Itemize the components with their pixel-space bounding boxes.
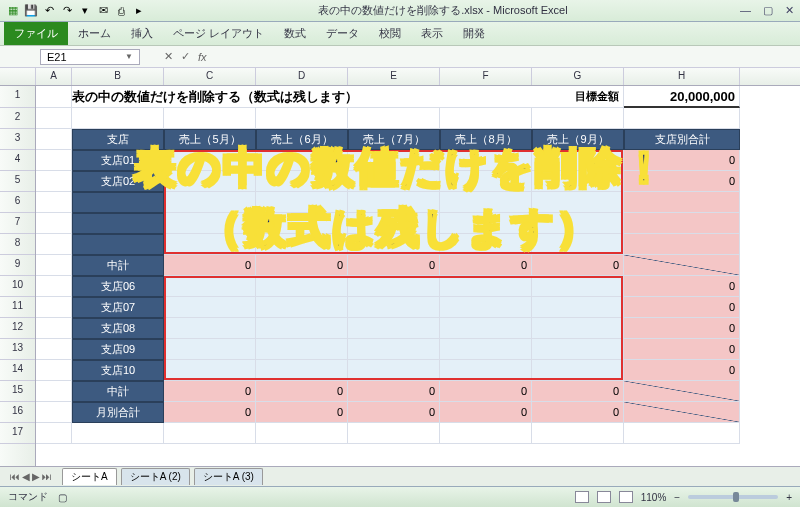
cell[interactable]	[36, 108, 72, 129]
row-header[interactable]: 7	[0, 213, 35, 234]
row-header[interactable]: 11	[0, 297, 35, 318]
cell[interactable]	[440, 192, 532, 213]
redo-icon[interactable]: ↷	[60, 4, 74, 18]
view-pagebreak-icon[interactable]	[619, 491, 633, 503]
cell[interactable]	[36, 360, 72, 381]
cell[interactable]	[72, 423, 164, 444]
diag-cell[interactable]	[624, 402, 740, 423]
cell[interactable]	[532, 318, 624, 339]
qat-icon[interactable]: ⎙	[114, 4, 128, 18]
cell[interactable]	[440, 297, 532, 318]
cell[interactable]	[624, 234, 740, 255]
grandtotal[interactable]: 0	[164, 402, 256, 423]
cell[interactable]	[164, 150, 256, 171]
fx-icon[interactable]: fx	[198, 51, 207, 63]
branch-total[interactable]: 0	[624, 318, 740, 339]
cell[interactable]	[36, 297, 72, 318]
tab-view[interactable]: 表示	[411, 22, 453, 45]
cell[interactable]	[256, 150, 348, 171]
cell[interactable]	[348, 234, 440, 255]
cell[interactable]	[164, 360, 256, 381]
col-header[interactable]: D	[256, 68, 348, 85]
worksheet[interactable]: 表の中の数値だけを削除する（数式は残します） 目標金額 20,000,000 支…	[36, 86, 740, 466]
col-header[interactable]: B	[72, 68, 164, 85]
subtotal[interactable]: 0	[164, 255, 256, 276]
grandtotal[interactable]: 0	[348, 402, 440, 423]
diag-cell[interactable]	[624, 255, 740, 276]
row-header[interactable]: 8	[0, 234, 35, 255]
cell[interactable]	[256, 234, 348, 255]
cell[interactable]	[440, 423, 532, 444]
name-box[interactable]: E21 ▼	[40, 49, 140, 65]
cell[interactable]	[624, 192, 740, 213]
cell[interactable]	[36, 318, 72, 339]
subtotal-label[interactable]: 中計	[72, 255, 164, 276]
cell[interactable]	[348, 297, 440, 318]
row-header[interactable]: 2	[0, 108, 35, 129]
th-branch[interactable]: 支店	[72, 129, 164, 150]
th-sep[interactable]: 売上（9月）	[532, 129, 624, 150]
cell[interactable]	[348, 339, 440, 360]
cell[interactable]	[36, 423, 72, 444]
branch-name[interactable]	[72, 192, 164, 213]
cell[interactable]	[532, 108, 624, 129]
tab-developer[interactable]: 開発	[453, 22, 495, 45]
col-header[interactable]: E	[348, 68, 440, 85]
branch-total[interactable]: 0	[624, 150, 740, 171]
save-icon[interactable]: 💾	[24, 4, 38, 18]
cell[interactable]	[440, 108, 532, 129]
subtotal[interactable]: 0	[440, 255, 532, 276]
th-total[interactable]: 支店別合計	[624, 129, 740, 150]
subtotal[interactable]: 0	[440, 381, 532, 402]
sheet-tab[interactable]: シートA	[62, 468, 117, 485]
tab-formula[interactable]: 数式	[274, 22, 316, 45]
cell[interactable]	[348, 360, 440, 381]
th-jul[interactable]: 売上（7月）	[348, 129, 440, 150]
cell[interactable]	[72, 108, 164, 129]
cell[interactable]	[532, 276, 624, 297]
cell[interactable]	[348, 150, 440, 171]
grandtotal[interactable]: 0	[532, 402, 624, 423]
cell[interactable]	[256, 192, 348, 213]
cell[interactable]	[256, 276, 348, 297]
cell[interactable]	[624, 423, 740, 444]
cell[interactable]	[256, 297, 348, 318]
row-header[interactable]: 12	[0, 318, 35, 339]
tab-review[interactable]: 校閲	[369, 22, 411, 45]
cell[interactable]	[348, 213, 440, 234]
cell[interactable]	[164, 234, 256, 255]
branch-name[interactable]	[72, 213, 164, 234]
branch-name[interactable]: 支店01	[72, 150, 164, 171]
zoom-level[interactable]: 110%	[641, 492, 667, 503]
branch-name[interactable]: 支店02	[72, 171, 164, 192]
col-header[interactable]: H	[624, 68, 740, 85]
branch-name[interactable]: 支店06	[72, 276, 164, 297]
row-header[interactable]: 13	[0, 339, 35, 360]
branch-name[interactable]: 支店08	[72, 318, 164, 339]
cell[interactable]	[36, 86, 72, 108]
cell[interactable]	[532, 297, 624, 318]
cell[interactable]	[36, 150, 72, 171]
col-header[interactable]: G	[532, 68, 624, 85]
branch-name[interactable]: 支店10	[72, 360, 164, 381]
tab-pagelayout[interactable]: ページ レイアウト	[163, 22, 274, 45]
cell[interactable]	[164, 108, 256, 129]
cell[interactable]	[36, 255, 72, 276]
cell[interactable]	[348, 108, 440, 129]
cell[interactable]	[348, 192, 440, 213]
subtotal-label[interactable]: 中計	[72, 381, 164, 402]
qat-icon[interactable]: ✉	[96, 4, 110, 18]
zoom-out-icon[interactable]: −	[674, 492, 680, 503]
tab-insert[interactable]: 挿入	[121, 22, 163, 45]
cell[interactable]	[624, 108, 740, 129]
branch-name[interactable]: 支店09	[72, 339, 164, 360]
cell[interactable]	[164, 318, 256, 339]
cell[interactable]	[164, 192, 256, 213]
sheet-tab[interactable]: シートA (2)	[121, 468, 190, 485]
subtotal[interactable]: 0	[256, 255, 348, 276]
subtotal[interactable]: 0	[256, 381, 348, 402]
subtotal[interactable]: 0	[348, 381, 440, 402]
diag-cell[interactable]	[624, 381, 740, 402]
grandtotal[interactable]: 0	[256, 402, 348, 423]
branch-name[interactable]: 支店07	[72, 297, 164, 318]
